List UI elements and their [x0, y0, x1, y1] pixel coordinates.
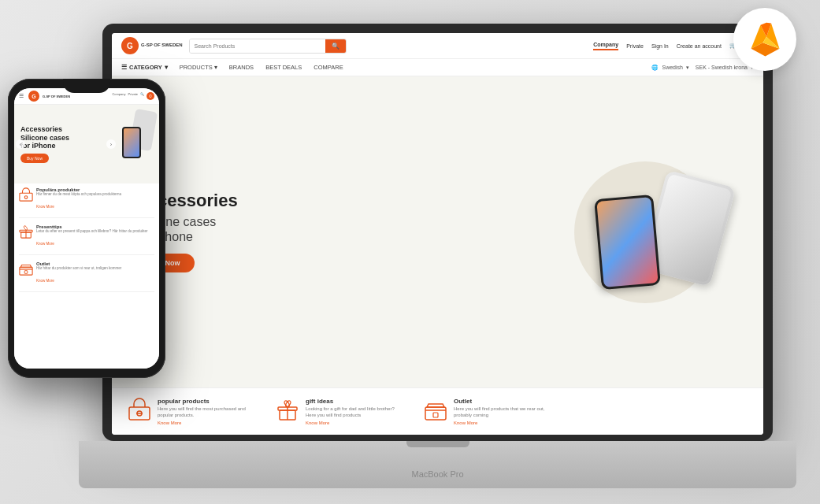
mobile-buy-button[interactable]: Buy Now [20, 154, 49, 163]
mobile-bezel: ☰ G G-SP OF SWEDEN Company Private 🔍 0 ‹… [8, 79, 165, 378]
search-input[interactable] [190, 39, 325, 53]
website-main-nav: ☰ CATEGORY ▾ PRODUCTS ▾ BRANDS BEST DEAL… [112, 59, 763, 76]
outlet-icon [424, 398, 447, 421]
mobile-presenttips-icon [19, 224, 33, 239]
nav-brands[interactable]: BRANDS [229, 64, 254, 71]
svg-rect-5 [433, 413, 438, 417]
mobile-logo-text: G-SP OF SWEDEN [43, 94, 70, 98]
logo-text: G-SP OF SWEDEN [141, 43, 183, 48]
website-logo: G G-SP OF SWEDEN [121, 37, 183, 54]
cat-gifts: gift ideas Looking for a gift for dad an… [276, 398, 400, 425]
nav-company[interactable]: Company [593, 42, 618, 50]
categories-bar: popular products Here you will find the … [112, 387, 763, 435]
popular-icon [128, 398, 151, 421]
mobile-cat-popular-desc: Här finner du de mest köpta och populara… [36, 192, 121, 197]
mobile-cat-outlet-link[interactable]: Know More [36, 279, 54, 283]
svg-rect-11 [24, 270, 28, 273]
cat-popular-desc: Here you will find the most purchased an… [158, 406, 252, 419]
mobile-cat-outlet-content: Outlet Här hittar du produkter som vi re… [36, 261, 121, 285]
mobile-cat-presenttips-link[interactable]: Know More [36, 242, 54, 246]
phone-visual [582, 169, 740, 295]
mobile-categories: Populära produkter Här finner du de mest… [14, 183, 159, 369]
nav-create-account[interactable]: Create an account [677, 43, 722, 49]
hamburger-icon[interactable]: ☰ [19, 93, 24, 99]
mobile-phone-front-img [122, 127, 141, 158]
laptop-screen: G G-SP OF SWEDEN 🔍 Company Private Sign [112, 33, 763, 435]
mobile-screen: ☰ G G-SP OF SWEDEN Company Private 🔍 0 ‹… [14, 88, 159, 369]
cat-gifts-link[interactable]: Know More [306, 421, 400, 425]
lang-selector[interactable]: 🌐 Swedish ▾ SEK - Swedish krona ▾ [651, 65, 754, 71]
mobile-notch [63, 79, 110, 93]
cat-gifts-title: gift ideas [306, 398, 400, 405]
mobile-arrow-left[interactable]: ‹ [16, 139, 25, 149]
svg-point-7 [24, 196, 28, 199]
cat-popular: popular products Here you will find the … [128, 398, 252, 425]
mobile-popular-icon [19, 187, 33, 202]
website: G G-SP OF SWEDEN 🔍 Company Private Sign [112, 33, 763, 435]
svg-rect-6 [20, 193, 32, 201]
mobile-hero: ‹ Accessories Silicone cases for iPhone … [14, 105, 159, 183]
nav-compare[interactable]: COMPARE [314, 64, 343, 71]
laptop-wrapper: G G-SP OF SWEDEN 🔍 Company Private Sign [102, 24, 773, 488]
firebase-icon [748, 22, 783, 57]
category-btn[interactable]: ☰ CATEGORY ▾ [121, 64, 168, 71]
mobile-outlet-icon [19, 261, 33, 276]
cat-popular-link[interactable]: Know More [158, 421, 252, 425]
cat-gifts-desc: Looking for a gift for dad and little br… [306, 406, 400, 419]
mobile-cat-popular-link[interactable]: Know More [36, 205, 54, 209]
cat-outlet: Outlet Here you will find products that … [424, 398, 548, 425]
nav-private[interactable]: Private [626, 43, 644, 49]
mobile-cat-popular-content: Populära produkter Här finner du de mest… [36, 187, 121, 211]
mobile-logo-circle: G [28, 91, 39, 102]
mobile-phone-img [121, 109, 156, 160]
nav-best-deals[interactable]: BEST DEALS [265, 64, 302, 71]
cat-outlet-desc: Here you will find products that we rear… [454, 406, 548, 419]
hero-image [582, 169, 740, 295]
mobile-top-nav: Company Private 🔍 0 [112, 92, 154, 100]
search-button[interactable]: 🔍 [325, 39, 346, 53]
phone-front [594, 195, 661, 290]
nav-products[interactable]: PRODUCTS ▾ [180, 64, 217, 71]
logo-circle: G [121, 37, 139, 54]
cat-popular-title: popular products [158, 398, 252, 405]
mobile-cat-presenttips-desc: Letar du efter en present till pappa och… [36, 229, 148, 234]
website-top-bar: G G-SP OF SWEDEN 🔍 Company Private Sign [112, 33, 763, 59]
mobile-phone: ☰ G G-SP OF SWEDEN Company Private 🔍 0 ‹… [8, 79, 165, 378]
hero-section: Accessories Silicone cases for iPhone Bu… [112, 76, 763, 387]
firebase-badge [733, 8, 796, 71]
mobile-cat-outlet-desc: Här hittar du produkter som vi rear ut, … [36, 266, 121, 271]
laptop-base [79, 441, 796, 488]
gift-icon [276, 398, 299, 421]
nav-signin[interactable]: Sign In [651, 43, 669, 49]
search-bar[interactable]: 🔍 [189, 39, 347, 54]
mobile-cat-presenttips-content: Presenttips Letar du efter en present ti… [36, 224, 148, 248]
cat-outlet-link[interactable]: Know More [454, 421, 548, 425]
top-nav: Company Private Sign In Create an accoun… [593, 42, 754, 50]
mobile-hero-phone [121, 109, 156, 160]
mobile-cat-popular: Populära produkter Här finner du de mest… [19, 187, 154, 218]
laptop-bezel: G G-SP OF SWEDEN 🔍 Company Private Sign [102, 24, 773, 441]
mobile-cat-presenttips: Presenttips Letar du efter en present ti… [19, 224, 154, 255]
mobile-cat-outlet: Outlet Här hittar du produkter som vi re… [19, 261, 154, 292]
mobile-arrow-right[interactable]: › [106, 139, 116, 149]
cat-outlet-title: Outlet [454, 398, 548, 405]
